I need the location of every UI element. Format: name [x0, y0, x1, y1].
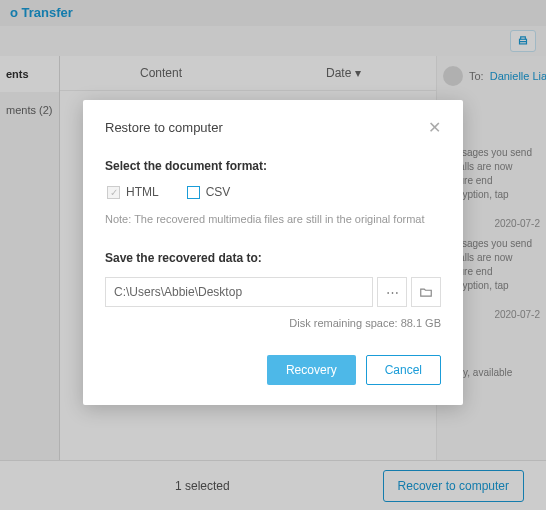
checkbox-icon — [187, 186, 200, 199]
format-csv-checkbox[interactable]: CSV — [187, 185, 231, 199]
format-note: Note: The recovered multimedia files are… — [105, 213, 441, 225]
browse-folder-button[interactable] — [411, 277, 441, 307]
close-icon[interactable]: ✕ — [428, 118, 441, 137]
ellipsis-icon: ⋯ — [386, 285, 399, 300]
format-label: Select the document format: — [105, 159, 441, 173]
folder-icon — [419, 285, 433, 299]
restore-dialog: Restore to computer ✕ Select the documen… — [83, 100, 463, 405]
dialog-title: Restore to computer — [105, 120, 223, 135]
modal-overlay: Restore to computer ✕ Select the documen… — [0, 0, 546, 510]
save-label: Save the recovered data to: — [105, 251, 441, 265]
format-html-checkbox[interactable]: ✓ HTML — [107, 185, 159, 199]
save-path-input[interactable] — [105, 277, 373, 307]
cancel-button[interactable]: Cancel — [366, 355, 441, 385]
recovery-button[interactable]: Recovery — [267, 355, 356, 385]
disk-space: Disk remaining space: 88.1 GB — [105, 317, 441, 329]
checkbox-icon: ✓ — [107, 186, 120, 199]
more-options-button[interactable]: ⋯ — [377, 277, 407, 307]
